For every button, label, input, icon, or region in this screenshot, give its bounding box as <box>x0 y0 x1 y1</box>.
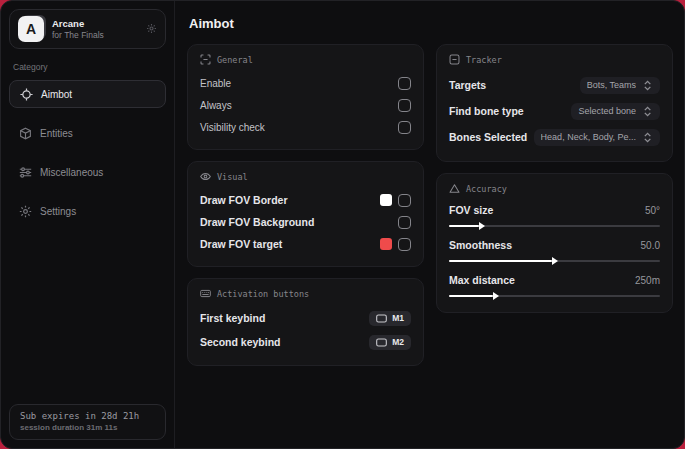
card-title: General <box>217 55 253 65</box>
setting-label: Enable <box>200 78 231 89</box>
keybind-value: M1 <box>392 313 404 323</box>
fov-border-checkbox[interactable] <box>398 194 411 207</box>
enable-checkbox[interactable] <box>398 77 411 90</box>
triangle-icon <box>449 183 460 194</box>
setting-row-targets: Targets Bots, Teams <box>449 72 660 98</box>
slider-fill <box>449 260 552 262</box>
slider-fill <box>449 295 493 297</box>
fov-size-slider[interactable] <box>449 225 660 227</box>
sidebar-item-aimbot[interactable]: Aimbot <box>9 80 166 108</box>
smoothness-slider[interactable] <box>449 260 660 262</box>
select-value: Head, Neck, Body, Pe... <box>541 132 636 142</box>
sidebar-item-settings[interactable]: Settings <box>9 197 166 225</box>
color-swatch-white[interactable] <box>380 194 392 206</box>
setting-label: Visibility check <box>200 122 265 133</box>
setting-row-first-keybind: First keybind M1 <box>200 306 411 330</box>
setting-row-fov-target: Draw FOV target <box>200 233 411 255</box>
mouse-icon <box>376 314 387 323</box>
card-activation-buttons: Activation buttons First keybind M1 <box>187 278 424 366</box>
crosshair-icon <box>20 88 33 101</box>
card-title: Visual <box>217 172 248 182</box>
sidebar-item-label: Aimbot <box>41 89 72 100</box>
fov-target-checkbox[interactable] <box>398 238 411 251</box>
sidebar: A Arcane for The Finals Category Aimbot <box>1 1 175 448</box>
keybind-button-m2[interactable]: M2 <box>369 335 411 350</box>
setting-label: Second keybind <box>200 336 281 348</box>
setting-row-bones-selected: Bones Selected Head, Neck, Body, Pe... <box>449 124 660 150</box>
setting-value: 250m <box>635 275 660 286</box>
sidebar-item-entities[interactable]: Entities <box>9 119 166 147</box>
box-icon <box>19 127 32 140</box>
setting-label: Always <box>200 100 232 111</box>
app-window: A Arcane for The Finals Category Aimbot <box>0 0 685 449</box>
category-label: Category <box>13 62 162 72</box>
find-bone-type-select[interactable]: Selected bone <box>571 103 660 120</box>
setting-label: Bones Selected <box>449 131 527 143</box>
keyboard-icon <box>200 288 211 299</box>
setting-label: FOV size <box>449 204 493 216</box>
gear-icon <box>19 205 32 218</box>
setting-label: Draw FOV target <box>200 238 282 250</box>
settings-gear-icon[interactable] <box>146 23 157 36</box>
setting-group-max-distance: Max distance 250m <box>449 271 660 297</box>
left-column: General Enable Always Visibility check <box>187 44 424 366</box>
setting-label: Draw FOV Border <box>200 194 288 206</box>
visibility-check-checkbox[interactable] <box>398 121 411 134</box>
setting-label: Targets <box>449 79 486 91</box>
chevron-up-down-icon <box>643 132 653 143</box>
color-swatch-red[interactable] <box>380 238 392 250</box>
setting-label: Smoothness <box>449 239 512 251</box>
tracker-icon <box>449 54 460 65</box>
setting-group-smoothness: Smoothness 50.0 <box>449 236 660 262</box>
app-title-block: Arcane for The Finals <box>52 18 138 41</box>
setting-row-fov-border: Draw FOV Border <box>200 189 411 211</box>
keybind-button-m1[interactable]: M1 <box>369 311 411 326</box>
subscription-expiry: Sub expires in 28d 21h <box>20 411 155 421</box>
session-duration: session duration 31m 11s <box>20 423 155 432</box>
sidebar-item-label: Settings <box>40 206 76 217</box>
setting-row-visibility-check: Visibility check <box>200 116 411 138</box>
chevron-up-down-icon <box>643 106 653 117</box>
setting-group-fov-size: FOV size 50° <box>449 201 660 227</box>
setting-row-second-keybind: Second keybind M2 <box>200 330 411 354</box>
right-column: Tracker Targets Bots, Teams <box>436 44 673 313</box>
sidebar-item-label: Miscellaneous <box>40 167 103 178</box>
setting-row-fov-background: Draw FOV Background <box>200 211 411 233</box>
targets-select[interactable]: Bots, Teams <box>580 77 660 94</box>
select-value: Selected bone <box>578 106 636 116</box>
card-visual: Visual Draw FOV Border Draw FOV Backgrou… <box>187 161 424 267</box>
scan-icon <box>200 54 211 65</box>
subscription-info-card: Sub expires in 28d 21h session duration … <box>9 404 166 440</box>
setting-value: 50° <box>645 205 660 216</box>
sidebar-item-label: Entities <box>40 128 73 139</box>
setting-label: Max distance <box>449 274 515 286</box>
sliders-icon <box>19 166 32 179</box>
max-distance-slider[interactable] <box>449 295 660 297</box>
setting-label: First keybind <box>200 312 265 324</box>
app-logo-card: A Arcane for The Finals <box>9 9 166 49</box>
setting-row-enable: Enable <box>200 72 411 94</box>
setting-row-find-bone-type: Find bone type Selected bone <box>449 98 660 124</box>
card-tracker: Tracker Targets Bots, Teams <box>436 44 673 162</box>
card-title: Accuracy <box>466 184 507 194</box>
app-name: Arcane <box>52 18 138 30</box>
keybind-value: M2 <box>392 337 404 347</box>
page-title: Aimbot <box>189 16 671 31</box>
app-subtitle: for The Finals <box>52 30 138 41</box>
app-logo: A <box>18 16 44 42</box>
card-general: General Enable Always Visibility check <box>187 44 424 150</box>
select-value: Bots, Teams <box>587 80 636 90</box>
card-title: Tracker <box>466 55 502 65</box>
eye-icon <box>200 171 211 182</box>
main-content: Aimbot General <box>175 1 685 448</box>
chevron-up-down-icon <box>643 80 653 91</box>
bones-selected-select[interactable]: Head, Neck, Body, Pe... <box>534 129 660 146</box>
card-title: Activation buttons <box>217 289 309 299</box>
setting-label: Find bone type <box>449 105 524 117</box>
setting-value: 50.0 <box>641 240 660 251</box>
fov-background-checkbox[interactable] <box>398 216 411 229</box>
sidebar-item-miscellaneous[interactable]: Miscellaneous <box>9 158 166 186</box>
setting-label: Draw FOV Background <box>200 216 314 228</box>
setting-row-always: Always <box>200 94 411 116</box>
always-checkbox[interactable] <box>398 99 411 112</box>
